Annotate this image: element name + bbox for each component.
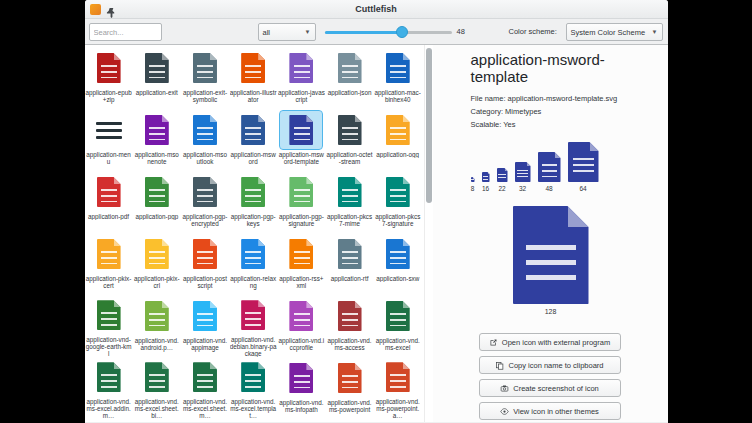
- slider-handle[interactable]: [396, 26, 408, 38]
- icon-grid-item[interactable]: application-vnd.android.p…: [133, 295, 181, 357]
- mimetype-icon: [97, 53, 121, 83]
- view-themes-button[interactable]: View icon in other themes: [479, 402, 621, 420]
- size-preview-label: 16: [482, 185, 489, 192]
- icon-grid-item[interactable]: application-rss+xml: [277, 233, 325, 295]
- icon-grid-item[interactable]: application-json: [325, 47, 373, 109]
- icon-grid-item[interactable]: application-vnd.ms-excel: [374, 295, 422, 357]
- icon-grid-item[interactable]: application-vnd.ms-powerpoint.a…: [374, 357, 422, 419]
- icon-grid-item[interactable]: application-vnd-google-earth-kml: [85, 295, 133, 357]
- icon-slot: [232, 49, 274, 87]
- mimetype-icon: [145, 53, 169, 83]
- icon-slot: [377, 297, 419, 335]
- color-scheme-combobox[interactable]: System Color Scheme ▼: [566, 23, 663, 41]
- icon-grid-item[interactable]: application-msonenote: [133, 109, 181, 171]
- icon-grid-item[interactable]: application-vnd.ms-infopath: [277, 357, 325, 419]
- search-input[interactable]: [89, 23, 162, 41]
- icon-grid-item[interactable]: application-msoutlook: [181, 109, 229, 171]
- pin-icon[interactable]: [106, 4, 117, 15]
- icon-grid-item[interactable]: application-pgp-keys: [229, 171, 277, 233]
- icon-grid-item[interactable]: application-pkcs7-signature: [374, 171, 422, 233]
- icon-slot: [329, 49, 371, 87]
- icon-grid-item[interactable]: application-vnd.ms-excel.templat…: [229, 357, 277, 419]
- icon-slot: [329, 173, 371, 211]
- icon-slot: [88, 111, 130, 149]
- icon-grid-item[interactable]: application-vnd.ms-excel.addin.m…: [85, 357, 133, 419]
- icon-label: application-pgp-encrypted: [181, 213, 228, 228]
- icon-grid-item[interactable]: application-menu: [85, 109, 133, 171]
- icon-slot: [232, 173, 274, 211]
- mimetype-icon: [386, 115, 410, 145]
- open-external-button[interactable]: Open icon with external program: [479, 333, 621, 351]
- icon-grid-item[interactable]: application-vnd.ms-excel.sheet.bi…: [133, 357, 181, 419]
- icon-grid-item[interactable]: application-illustrator: [229, 47, 277, 109]
- action-buttons: Open icon with external program Copy ico…: [479, 333, 621, 420]
- icon-size-slider[interactable]: [325, 23, 452, 41]
- icon-slot: [88, 359, 130, 396]
- icon-grid-item[interactable]: application-msword: [229, 109, 277, 171]
- icon-grid-area: application-epub+zipapplication-exitappl…: [85, 45, 424, 422]
- icon-grid-item[interactable]: application-epub+zip: [85, 47, 133, 109]
- icon-grid-item[interactable]: application-pgp-encrypted: [181, 171, 229, 233]
- mimetype-icon: [193, 239, 217, 269]
- menu-icon: [96, 122, 122, 139]
- scrollbar-handle[interactable]: [426, 48, 432, 203]
- icon-grid-item[interactable]: application-exit-symbolic: [181, 47, 229, 109]
- icon-grid-item[interactable]: application-pgp: [133, 171, 181, 233]
- vertical-scrollbar[interactable]: [424, 45, 433, 422]
- mimetype-icon: [289, 115, 313, 145]
- icon-slot: [280, 359, 322, 397]
- open-external-label: Open icon with external program: [502, 338, 610, 347]
- icon-slot: [184, 235, 226, 273]
- mimetype-icon: [97, 300, 121, 330]
- mimetype-icon: [241, 362, 265, 392]
- icon-label: application-vnd.ms-access: [326, 337, 373, 352]
- category-combobox[interactable]: all ▼: [258, 23, 316, 41]
- icon-label: application-ogg: [374, 151, 421, 158]
- mimetype-icon: [338, 301, 362, 331]
- icon-grid-item[interactable]: application-postscript: [181, 233, 229, 295]
- size-previews: 81622324864: [471, 140, 642, 192]
- icon-slot: [377, 235, 419, 273]
- icon-slot: [232, 111, 274, 149]
- icon-slot: [377, 111, 419, 149]
- icon-grid-item[interactable]: application-vnd.ms-access: [325, 295, 373, 357]
- icon-slot: [184, 111, 226, 149]
- mimetype-icon: [338, 177, 362, 207]
- mimetype-icon: [193, 177, 217, 207]
- icon-label: application-msword: [230, 151, 277, 166]
- icon-grid-item[interactable]: application-octet-stream: [325, 109, 373, 171]
- large-preview: 128: [471, 206, 631, 315]
- screenshot-label: Create screenshot of icon: [513, 384, 598, 393]
- icon-grid-item[interactable]: application-pkcs7-mime: [325, 171, 373, 233]
- icon-grid-item[interactable]: application-pdf: [85, 171, 133, 233]
- icon-grid-item[interactable]: application-exit: [133, 47, 181, 109]
- category-line: Category: Mimetypes: [471, 105, 642, 118]
- icon-slot: [280, 235, 322, 273]
- icon-grid-item[interactable]: application-rtf: [325, 233, 373, 295]
- icon-grid-item[interactable]: application-mac-binhex40: [374, 47, 422, 109]
- icon-grid-item[interactable]: application-pkix-crl: [133, 233, 181, 295]
- copy-name-button[interactable]: Copy icon name to clipboard: [479, 356, 621, 374]
- icon-grid-item[interactable]: application-pgp-signature: [277, 171, 325, 233]
- icon-grid-item[interactable]: application-sxw: [374, 233, 422, 295]
- mimetype-icon: [538, 152, 561, 182]
- icon-grid-item[interactable]: application-vnd.appimage: [181, 295, 229, 357]
- icon-grid-item[interactable]: application-relaxng: [229, 233, 277, 295]
- icon-label: application-menu: [85, 151, 132, 166]
- icon-grid-item[interactable]: application-vnd.iccprofile: [277, 295, 325, 357]
- icon-grid-item[interactable]: application-vnd.ms-powerpoint: [325, 357, 373, 419]
- icon-slot: [377, 49, 419, 87]
- icon-grid-item[interactable]: application-pkix-cert: [85, 233, 133, 295]
- icon-grid-item[interactable]: application-vnd.debian.binary-package: [229, 295, 277, 357]
- icon-grid-item[interactable]: application-msword-template: [277, 109, 325, 171]
- icon-grid-item[interactable]: application-vnd.ms-excel.sheet.m…: [181, 357, 229, 419]
- mimetype-icon: [386, 53, 410, 83]
- icon-slot: [136, 111, 178, 149]
- icon-grid-item[interactable]: application-ogg: [374, 109, 422, 171]
- mimetype-icon: [338, 53, 362, 83]
- icon-label: application-vnd.ms-excel.templat…: [230, 398, 277, 419]
- screenshot-button[interactable]: Create screenshot of icon: [479, 379, 621, 397]
- size-preview-label: 48: [545, 185, 552, 192]
- mimetype-icon: [241, 300, 265, 330]
- icon-grid-item[interactable]: application-javascript: [277, 47, 325, 109]
